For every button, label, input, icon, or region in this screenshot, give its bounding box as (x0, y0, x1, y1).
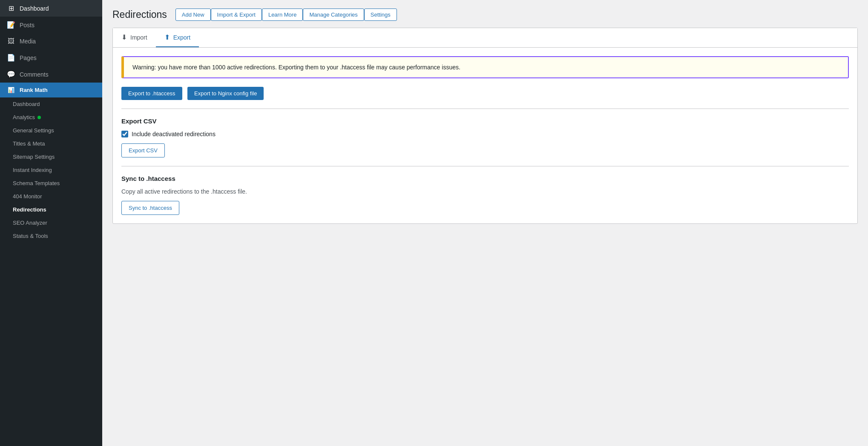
include-deactivated-checkbox[interactable] (121, 131, 128, 137)
sync-htaccess-title: Sync to .htaccess (121, 175, 849, 182)
tabs-bar: ⬇Import⬆Export (113, 28, 857, 48)
export-csv-section: Export CSV Include deactivated redirecti… (121, 117, 849, 157)
sub-item-label: General Settings (13, 127, 54, 134)
sub-item-label: 404 Monitor (13, 193, 42, 200)
sub-item-label: Redirections (13, 206, 46, 213)
sidebar-item-rm-dashboard[interactable]: Dashboard (0, 97, 102, 111)
sidebar-item-rm-status-tools[interactable]: Status & Tools (0, 229, 102, 243)
sub-item-label: SEO Analyzer (13, 220, 47, 226)
sidebar-item-rm-instant-indexing[interactable]: Instant Indexing (0, 163, 102, 177)
sidebar-item-media[interactable]: 🖼Media (0, 33, 102, 49)
sub-item-label: Titles & Meta (13, 140, 45, 147)
sidebar-item-rm-404-monitor[interactable]: 404 Monitor (0, 190, 102, 203)
export-tab-label: Export (173, 34, 190, 41)
sidebar-label: Dashboard (20, 5, 49, 12)
sub-item-label: Schema Templates (13, 180, 60, 186)
export-tab-icon: ⬆ (164, 33, 170, 41)
posts-icon: 📝 (7, 21, 15, 29)
sub-item-label: Dashboard (13, 101, 40, 107)
redirections-panel: ⬇Import⬆Export Warning: you have more th… (112, 28, 858, 224)
sub-item-label: Analytics (13, 114, 35, 120)
warning-box: Warning: you have more than 1000 active … (121, 56, 849, 78)
sidebar-item-rm-seo-analyzer[interactable]: SEO Analyzer (0, 216, 102, 229)
include-deactivated-row: Include deactivated redirections (121, 131, 849, 137)
sidebar-item-rm-schema-templates[interactable]: Schema Templates (0, 177, 102, 190)
sync-htaccess-section: Sync to .htaccess Copy all active redire… (121, 175, 849, 215)
page-header: Redirections Add NewImport & ExportLearn… (112, 9, 858, 21)
rank-math-icon: 📊 (7, 87, 15, 93)
page-title: Redirections (112, 9, 167, 20)
sidebar-item-comments[interactable]: 💬Comments (0, 66, 102, 83)
sidebar-item-rm-redirections[interactable]: Redirections (0, 203, 102, 216)
export-csv-title: Export CSV (121, 117, 849, 125)
media-icon: 🖼 (7, 37, 15, 45)
sidebar-item-rm-analytics[interactable]: Analytics (0, 111, 102, 124)
import-tab-icon: ⬇ (121, 33, 127, 41)
sub-item-label: Status & Tools (13, 233, 48, 239)
include-deactivated-label: Include deactivated redirections (132, 131, 216, 137)
import-export-button[interactable]: Import & Export (211, 9, 262, 21)
manage-categories-button[interactable]: Manage Categories (303, 9, 364, 21)
sub-item-label: Instant Indexing (13, 167, 52, 173)
tab-content: Warning: you have more than 1000 active … (113, 48, 857, 223)
export-server-buttons: Export to .htaccess Export to Nginx conf… (121, 87, 849, 100)
export-htaccess-button[interactable]: Export to .htaccess (121, 87, 182, 100)
dashboard-top-icon: ⊞ (7, 4, 15, 12)
sidebar-label: Posts (20, 22, 34, 29)
tab-import[interactable]: ⬇Import (113, 28, 156, 47)
pages-icon: 📄 (7, 54, 15, 62)
rank-math-label: Rank Math (20, 87, 48, 93)
sidebar-item-rm-sitemap-settings[interactable]: Sitemap Settings (0, 150, 102, 163)
sub-item-label: Sitemap Settings (13, 154, 55, 160)
learn-more-button[interactable]: Learn More (262, 9, 303, 21)
warning-text: Warning: you have more than 1000 active … (132, 64, 460, 71)
sidebar-item-dashboard-top[interactable]: ⊞Dashboard (0, 0, 102, 17)
sidebar-label: Media (20, 38, 36, 45)
export-nginx-button[interactable]: Export to Nginx config file (187, 87, 264, 100)
sidebar-item-posts[interactable]: 📝Posts (0, 17, 102, 33)
sidebar-item-rm-general-settings[interactable]: General Settings (0, 124, 102, 137)
settings-button[interactable]: Settings (364, 9, 397, 21)
sync-htaccess-desc: Copy all active redirections to the .hta… (121, 188, 849, 195)
export-csv-button[interactable]: Export CSV (121, 143, 165, 157)
sidebar-label: Pages (20, 54, 37, 61)
sidebar-item-pages[interactable]: 📄Pages (0, 49, 102, 66)
comments-icon: 💬 (7, 70, 15, 78)
import-tab-label: Import (130, 34, 147, 41)
sidebar-item-rank-math[interactable]: 📊 Rank Math (0, 83, 102, 97)
sidebar-label: Comments (20, 71, 49, 78)
add-new-button[interactable]: Add New (175, 9, 211, 21)
sync-htaccess-button[interactable]: Sync to .htaccess (121, 201, 179, 215)
tab-export[interactable]: ⬆Export (156, 28, 199, 47)
main-content: Redirections Add NewImport & ExportLearn… (102, 0, 868, 446)
sidebar-item-rm-titles-meta[interactable]: Titles & Meta (0, 137, 102, 150)
analytics-dot (37, 116, 41, 119)
sidebar: ⊞Dashboard📝Posts🖼Media📄Pages💬Comments 📊 … (0, 0, 102, 446)
